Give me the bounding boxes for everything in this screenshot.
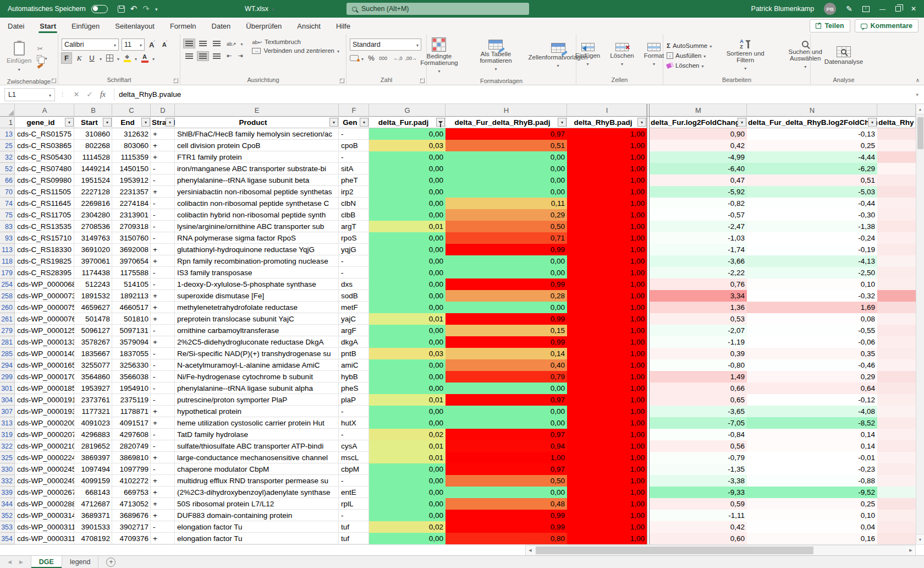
row-number[interactable]: 354 xyxy=(0,533,15,544)
cell[interactable]: - xyxy=(339,406,369,417)
cell[interactable]: 1,00 xyxy=(567,475,647,487)
cell[interactable]: 1,00 xyxy=(567,267,647,278)
dialog-launcher-icon[interactable] xyxy=(420,78,425,83)
expand-formula-bar-icon[interactable] xyxy=(916,92,919,97)
filter-dropdown-button[interactable] xyxy=(868,118,877,127)
close-button[interactable] xyxy=(911,5,916,13)
cell[interactable]: -2,47 xyxy=(650,221,747,232)
cell[interactable]: 1114528 xyxy=(74,151,112,163)
cell[interactable] xyxy=(877,452,916,463)
row-number[interactable]: 258 xyxy=(0,290,15,302)
cell[interactable]: heme utilization cystosolic carrier prot… xyxy=(175,417,339,429)
cell[interactable]: -1,19 xyxy=(650,336,747,348)
merge-center-button[interactable]: ↔Verbinden und zentrieren xyxy=(252,47,339,54)
cell[interactable]: 3566038 xyxy=(112,371,151,383)
cell[interactable]: DUF883 domain-containing protein xyxy=(175,510,339,521)
sheet-tab-legend[interactable]: legend xyxy=(62,556,99,568)
cell[interactable]: irp2 xyxy=(339,186,369,198)
cell[interactable]: + xyxy=(151,290,175,302)
cell[interactable]: - xyxy=(151,371,175,383)
cell[interactable]: -9,33 xyxy=(650,487,747,498)
cell[interactable]: 5097131 xyxy=(112,325,151,336)
row-number[interactable]: 13 xyxy=(0,128,15,140)
row-number[interactable]: 344 xyxy=(0,498,15,510)
cell[interactable] xyxy=(877,348,916,359)
cell[interactable]: 669753 xyxy=(112,487,151,498)
tab-ansicht[interactable]: Ansicht xyxy=(289,18,328,34)
row-number[interactable]: 279 xyxy=(0,325,15,336)
cell[interactable]: 3901533 xyxy=(74,521,112,533)
cell[interactable]: 0,64 xyxy=(747,383,877,394)
cell[interactable]: 1174438 xyxy=(74,267,112,278)
cell[interactable]: + xyxy=(151,510,175,521)
cell[interactable]: 2373761 xyxy=(74,394,112,406)
cell[interactable] xyxy=(877,232,916,244)
cell[interactable]: 0,71 xyxy=(446,232,567,244)
cell[interactable]: 1,00 xyxy=(567,336,647,348)
cell[interactable]: cds-WP_0000073 xyxy=(15,290,74,302)
cell[interactable]: + xyxy=(151,475,175,487)
cell[interactable]: IS3 family transposase xyxy=(175,267,339,278)
cell[interactable]: 0,02 xyxy=(369,521,446,533)
cell[interactable]: 0,29 xyxy=(446,209,567,221)
row-number[interactable]: 330 xyxy=(0,463,15,475)
cell[interactable]: -4,44 xyxy=(747,151,877,163)
cell[interactable]: 668143 xyxy=(74,487,112,498)
cell[interactable]: -5,92 xyxy=(650,186,747,198)
inking-icon[interactable] xyxy=(846,4,853,13)
cell[interactable]: RNA polymerase sigma factor RpoS xyxy=(175,232,339,244)
cell[interactable]: colibactin hybrid non-ribosomal peptide … xyxy=(175,209,339,221)
cell[interactable]: 1,00 xyxy=(567,533,647,544)
cell[interactable]: 0,00 xyxy=(369,336,446,348)
cell[interactable]: 1,00 xyxy=(567,198,647,209)
sheet-tab-dge[interactable]: DGE xyxy=(31,556,62,568)
filter-header-cell[interactable]: gene_id xyxy=(15,117,74,128)
cell[interactable]: dkgA xyxy=(339,336,369,348)
cell[interactable]: 0,08 xyxy=(747,313,877,325)
cell[interactable]: 802268 xyxy=(74,140,112,151)
cell[interactable]: 0,01 xyxy=(369,313,446,325)
cell[interactable]: 4708192 xyxy=(74,533,112,544)
cell[interactable]: 0,60 xyxy=(650,533,747,544)
row-number[interactable]: 25 xyxy=(0,140,15,151)
cell[interactable]: - xyxy=(151,174,175,186)
tab-seitenlayout[interactable]: Seitenlayout xyxy=(107,18,162,34)
cell[interactable]: cds-WP_0000075 xyxy=(15,302,74,313)
cell[interactable]: 0,00 xyxy=(369,209,446,221)
cell[interactable]: + xyxy=(151,255,175,267)
save-icon[interactable] xyxy=(118,6,125,13)
comma-style-button[interactable]: 000 xyxy=(379,56,387,61)
cell[interactable]: 1,00 xyxy=(567,440,647,452)
grow-font-button[interactable]: Aˆ xyxy=(147,40,157,50)
clear-button[interactable]: Löschen xyxy=(667,62,712,69)
filter-header-cell[interactable]: delta_RhyB.padj xyxy=(567,117,647,128)
cell[interactable] xyxy=(877,313,916,325)
cell[interactable]: 1,00 xyxy=(567,359,647,371)
cell[interactable]: 1115359 xyxy=(112,151,151,163)
cell[interactable]: -2,22 xyxy=(650,267,747,278)
cell[interactable]: - xyxy=(151,359,175,371)
cell[interactable] xyxy=(877,151,916,163)
cell[interactable]: -0,06 xyxy=(747,336,877,348)
cell[interactable]: 3970061 xyxy=(74,255,112,267)
column-header-partial[interactable] xyxy=(877,104,916,117)
cell[interactable]: 1,00 xyxy=(567,302,647,313)
cell[interactable]: 1178871 xyxy=(112,406,151,417)
cell[interactable]: 0,14 xyxy=(747,440,877,452)
cell[interactable]: preprotein translocase subunit YajC xyxy=(175,313,339,325)
increase-decimal-button[interactable]: ←,0 xyxy=(393,56,403,61)
cell[interactable]: 0,00 xyxy=(369,267,446,278)
cell[interactable]: 3970654 xyxy=(112,255,151,267)
filter-header-cell[interactable]: delta_Rhy xyxy=(877,117,916,128)
cell[interactable]: 0,00 xyxy=(369,359,446,371)
cell[interactable]: -0,80 xyxy=(650,359,747,371)
cell[interactable]: 0,00 xyxy=(369,325,446,336)
cell[interactable]: 0,97 xyxy=(446,128,567,140)
cell[interactable]: - xyxy=(151,198,175,209)
cell[interactable]: pheT xyxy=(339,174,369,186)
cell[interactable]: -4,13 xyxy=(747,255,877,267)
cell[interactable]: 1177321 xyxy=(74,406,112,417)
column-header-D[interactable]: D xyxy=(151,104,175,117)
cell[interactable]: 0,53 xyxy=(650,313,747,325)
cell[interactable]: hypothetical protein xyxy=(175,406,339,417)
